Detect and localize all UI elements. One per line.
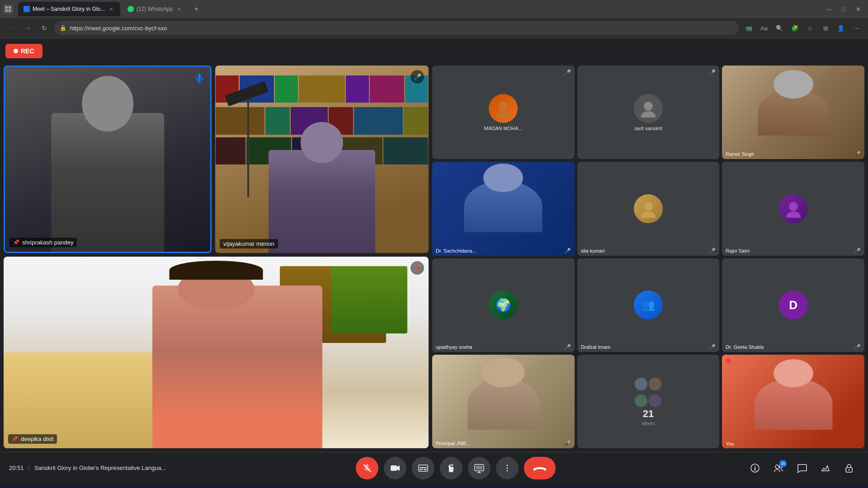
- tile-principal[interactable]: Principal JNB... 🎤: [432, 355, 575, 448]
- maximize-button[interactable]: □: [837, 3, 850, 15]
- tile-shriprakash[interactable]: 📌 shriprakash pandey: [4, 66, 212, 253]
- camera-button[interactable]: [384, 457, 406, 479]
- rec-button[interactable]: REC: [5, 44, 42, 58]
- tab-bar: Meet – Sanskrit Glory in Glo... ✕ (12) W…: [0, 0, 868, 18]
- screenshare-icon[interactable]: 📹: [742, 22, 755, 34]
- avatar-sarit: [634, 94, 663, 123]
- name-geeta: Dr. Geeta Shukla: [726, 344, 764, 350]
- tile-21-others[interactable]: 21 others: [577, 355, 720, 448]
- tile-madan[interactable]: MADAN MOHA... 🎤: [432, 66, 575, 159]
- address-bar[interactable]: 🔒 https://meet.google.com/cvc-bycf-sxo: [54, 21, 739, 35]
- readmode-icon[interactable]: Aa: [758, 22, 770, 34]
- name-deepika: 📌 deepika dixit: [8, 434, 57, 444]
- video-grid: 📌 shriprakash pandey: [0, 38, 868, 452]
- svg-point-11: [644, 202, 653, 211]
- svg-rect-1: [9, 6, 11, 9]
- tile-rajni[interactable]: Rajni Saini 🎤: [722, 162, 864, 255]
- tile-sachchidana[interactable]: Dr. Sachchidana... 🎤: [432, 162, 575, 255]
- name-upadhyay: upadhyay sneha: [436, 344, 472, 350]
- tile-sita[interactable]: sita kumari 🎤: [577, 162, 720, 255]
- more-browser-icon[interactable]: ⋯: [850, 22, 863, 34]
- browser-icon: [4, 5, 13, 14]
- pin-icon-deepika: 📌: [12, 436, 18, 442]
- taskbar-app-files[interactable]: 📁: [64, 484, 84, 488]
- browser-frame: Meet – Sanskrit Glory in Glo... ✕ (12) W…: [0, 0, 868, 38]
- name-sita: sita kumari: [581, 248, 605, 253]
- controls-center: [166, 457, 745, 479]
- tab-whatsapp-close[interactable]: ✕: [175, 5, 183, 13]
- mic-madan: 🎤: [564, 69, 571, 76]
- mic-sarit: 🎤: [708, 69, 716, 76]
- name-ranvir: Ranvir Singh: [726, 151, 754, 157]
- chat-button[interactable]: [792, 458, 812, 478]
- tile-upadhyay[interactable]: 🌍 upadhyay sneha 🎤: [432, 258, 575, 352]
- new-tab-button[interactable]: +: [190, 3, 203, 15]
- taskbar-app-mcafee[interactable]: 🛡️: [127, 484, 146, 488]
- tile-ranvir[interactable]: Ranvir Singh 🎤: [722, 66, 864, 159]
- start-button[interactable]: [4, 484, 24, 488]
- taskbar-app-powerpoint[interactable]: P: [147, 484, 167, 488]
- taskbar-app-help[interactable]: ?: [106, 484, 126, 488]
- svg-rect-25: [476, 466, 482, 469]
- mic-button[interactable]: [356, 457, 378, 479]
- browser-extension-icon[interactable]: 🧩: [788, 22, 801, 34]
- svg-point-37: [849, 469, 850, 470]
- avatar-madan: [489, 94, 518, 123]
- lock-button[interactable]: [839, 458, 859, 478]
- present-button[interactable]: [468, 457, 491, 479]
- name-you: You: [726, 441, 734, 446]
- raise-hand-button[interactable]: [440, 457, 462, 479]
- svg-rect-4: [198, 74, 201, 80]
- refresh-button[interactable]: ↻: [38, 22, 51, 34]
- close-button[interactable]: ✕: [852, 3, 864, 15]
- back-button[interactable]: ←: [5, 22, 18, 34]
- svg-point-10: [641, 111, 656, 117]
- more-options-button[interactable]: [496, 457, 519, 479]
- svg-point-26: [506, 465, 508, 466]
- taskbar-apps: 📹 📁 🌐 ? 🛡️ P: [43, 484, 188, 488]
- tile-deepika[interactable]: 📌 📌 deepika dixit: [4, 257, 429, 448]
- tile-you[interactable]: You: [722, 355, 864, 448]
- meeting-time: 20:51: [9, 465, 24, 471]
- collections-icon[interactable]: ⊞: [819, 22, 832, 34]
- svg-rect-17: [391, 465, 397, 471]
- name-madan: MADAN MOHA...: [482, 126, 524, 131]
- mic-sita: 🎤: [709, 248, 716, 254]
- minimize-button[interactable]: ─: [823, 3, 835, 15]
- svg-point-7: [499, 102, 508, 111]
- svg-rect-0: [5, 6, 8, 9]
- taskbar-app-edge[interactable]: 🌐: [85, 484, 105, 488]
- svg-point-8: [496, 111, 510, 117]
- tile-geeta[interactable]: D Dr. Geeta Shukla 🎤: [722, 258, 864, 352]
- end-call-button[interactable]: [524, 457, 556, 479]
- svg-point-34: [775, 465, 779, 469]
- tile-drafzal[interactable]: 👥 Drafzal Imam 🎤: [577, 258, 720, 352]
- top-videos: 📌 shriprakash pandey: [4, 66, 429, 253]
- forward-button[interactable]: →: [22, 22, 34, 34]
- tab-meet[interactable]: Meet – Sanskrit Glory in Glo... ✕: [18, 2, 120, 16]
- meet-app: REC: [0, 38, 868, 483]
- video-shriprakash: [5, 67, 210, 252]
- name-vijayakumar: vijayakumar menon: [220, 239, 278, 249]
- captions-button[interactable]: [412, 457, 434, 479]
- name-shriprakash: 📌 shriprakash pandey: [9, 238, 77, 247]
- activities-button[interactable]: [816, 458, 835, 478]
- svg-point-9: [644, 102, 653, 111]
- tab-meet-title: Meet – Sanskrit Glory in Glo...: [33, 6, 105, 12]
- taskbar-app-word[interactable]: W: [168, 484, 188, 488]
- participants-button[interactable]: 35: [769, 458, 788, 478]
- search-browser-icon[interactable]: 🔍: [773, 22, 786, 34]
- svg-point-28: [506, 470, 508, 471]
- tab-whatsapp[interactable]: (12) WhatsApp ✕: [122, 2, 188, 16]
- tile-sarit[interactable]: sarit sanskrit 🎤: [577, 66, 720, 159]
- taskbar-app-meet[interactable]: 📹: [43, 484, 63, 488]
- favorites-icon[interactable]: ☆: [804, 22, 816, 34]
- mic-upadhyay: 🎤: [564, 344, 571, 350]
- name-sarit: sarit sanskrit: [632, 126, 664, 131]
- svg-rect-19: [420, 469, 423, 470]
- mic-drafzal: 🎤: [709, 344, 716, 350]
- profile-icon[interactable]: 👤: [835, 22, 847, 34]
- tab-meet-close[interactable]: ✕: [108, 5, 115, 13]
- info-button[interactable]: [745, 458, 765, 478]
- tile-vijayakumar[interactable]: 🎤 vijayakumar menon: [215, 66, 429, 253]
